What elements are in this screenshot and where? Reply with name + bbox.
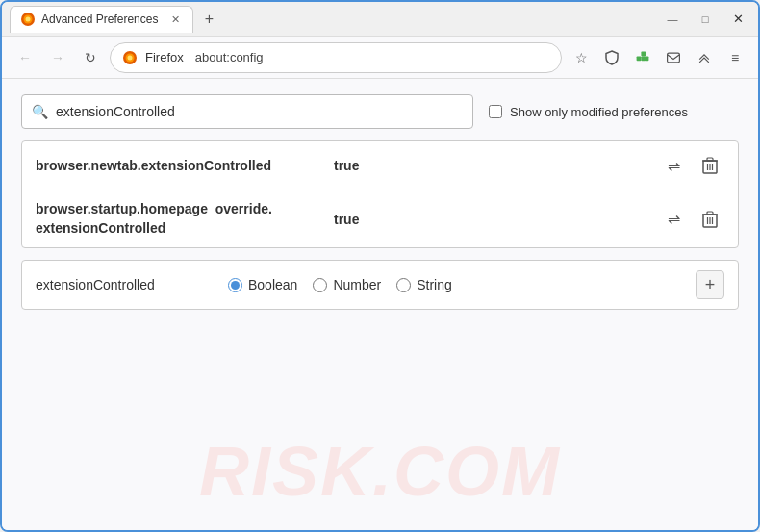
browser-window: Advanced Preferences ✕ + — □ ✕ ← → ↻: [0, 0, 760, 532]
toolbar-icons: ☆: [568, 44, 748, 71]
svg-rect-8: [641, 56, 646, 61]
row-actions: ⇌: [659, 151, 724, 180]
svg-rect-7: [641, 51, 646, 56]
toggle-button[interactable]: ⇌: [659, 151, 688, 180]
add-preference-row: extensionControlled Boolean Number Strin…: [21, 260, 739, 310]
account-button[interactable]: [691, 44, 718, 71]
arrow-icon: ⇌: [668, 210, 680, 228]
preference-search-box[interactable]: 🔍: [21, 94, 473, 129]
string-option[interactable]: String: [396, 277, 452, 292]
search-row: 🔍 Show only modified preferences: [21, 94, 739, 129]
table-row: browser.newtab.extensionControlled true …: [22, 141, 738, 190]
delete-button[interactable]: [696, 151, 724, 180]
show-modified-section: Show only modified preferences: [489, 105, 688, 119]
number-option[interactable]: Number: [313, 277, 381, 292]
svg-rect-9: [646, 56, 648, 61]
boolean-radio[interactable]: [228, 278, 242, 292]
tab-title: Advanced Preferences: [41, 13, 158, 26]
account-icon: [697, 50, 712, 65]
address-bar[interactable]: Firefox about:config: [110, 42, 562, 73]
extension-icon: [635, 50, 650, 65]
boolean-option[interactable]: Boolean: [228, 277, 297, 292]
tab-close-button[interactable]: ✕: [167, 12, 183, 27]
back-button[interactable]: ←: [12, 44, 38, 71]
firefox-address-icon: [122, 50, 138, 65]
trash-icon: [702, 211, 718, 228]
firefox-tab-icon: [20, 12, 36, 27]
arrow-icon: ⇌: [668, 157, 680, 175]
email-button[interactable]: [660, 44, 687, 71]
svg-point-2: [26, 17, 31, 22]
shield-icon: [604, 50, 620, 65]
preference-name: browser.newtab.extensionControlled: [36, 158, 334, 173]
shield-button[interactable]: [598, 44, 625, 71]
delete-button[interactable]: [696, 205, 724, 234]
preference-name: browser.startup.homepage_override. exten…: [36, 200, 334, 238]
svg-point-5: [128, 55, 133, 60]
svg-rect-6: [637, 56, 642, 61]
search-input[interactable]: [56, 104, 463, 119]
svg-rect-10: [668, 53, 680, 63]
title-bar: Advanced Preferences ✕ + — □ ✕: [2, 2, 758, 37]
trash-icon: [702, 157, 718, 174]
minimize-button[interactable]: —: [660, 11, 685, 28]
menu-button[interactable]: ≡: [722, 44, 748, 71]
bookmark-button[interactable]: ☆: [568, 44, 595, 71]
type-radio-group: Boolean Number String: [228, 277, 696, 292]
maximize-button[interactable]: □: [693, 11, 718, 28]
new-preference-name: extensionControlled: [36, 277, 228, 292]
table-row: browser.startup.homepage_override. exten…: [22, 190, 738, 247]
main-content: RISK.COM 🔍 Show only modified preference…: [2, 79, 758, 530]
show-modified-checkbox[interactable]: [489, 105, 502, 118]
preference-value: true: [334, 158, 659, 173]
forward-button[interactable]: →: [44, 44, 71, 71]
search-icon: 🔍: [32, 104, 48, 119]
watermark: RISK.COM: [199, 432, 561, 511]
url-display: about:config: [195, 50, 264, 64]
active-tab[interactable]: Advanced Preferences ✕: [10, 6, 193, 33]
new-tab-button[interactable]: +: [197, 8, 220, 31]
extension-button[interactable]: [629, 44, 656, 71]
toggle-button[interactable]: ⇌: [659, 205, 688, 234]
string-radio[interactable]: [396, 278, 411, 292]
preference-value: true: [334, 212, 659, 227]
svg-rect-19: [707, 212, 713, 215]
results-table: browser.newtab.extensionControlled true …: [21, 140, 739, 248]
svg-rect-13: [707, 158, 713, 161]
navigation-bar: ← → ↻ Firefox about:config ☆: [2, 37, 758, 79]
window-controls: — □ ✕: [660, 11, 750, 28]
add-preference-button[interactable]: +: [696, 270, 724, 299]
email-icon: [666, 50, 681, 65]
refresh-button[interactable]: ↻: [77, 44, 104, 71]
number-radio[interactable]: [313, 278, 327, 292]
row-actions: ⇌: [659, 205, 724, 234]
show-modified-label: Show only modified preferences: [510, 105, 688, 119]
browser-label: Firefox: [145, 50, 184, 64]
close-button[interactable]: ✕: [725, 11, 750, 28]
